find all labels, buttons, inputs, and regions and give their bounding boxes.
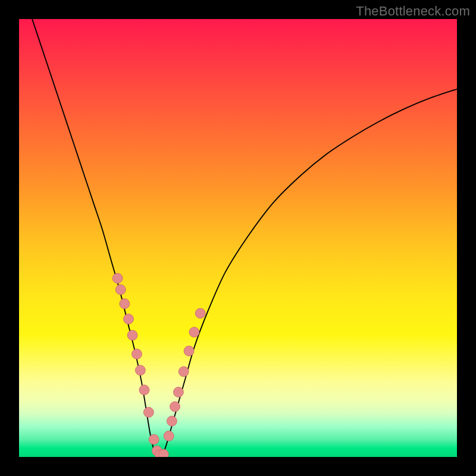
highlight-point	[173, 387, 183, 397]
highlight-point	[167, 416, 177, 426]
highlight-point	[124, 314, 134, 324]
highlight-point	[120, 299, 130, 309]
highlight-point	[195, 308, 205, 318]
highlight-markers	[112, 273, 205, 457]
highlight-point	[158, 449, 168, 457]
chart-stage: TheBottleneck.com	[0, 0, 476, 476]
highlight-point	[170, 402, 180, 412]
plot-area	[19, 19, 457, 457]
highlight-point	[139, 385, 149, 395]
highlight-point	[132, 349, 142, 359]
highlight-point	[127, 330, 137, 340]
highlight-point	[112, 273, 123, 283]
bottleneck-curve	[32, 19, 457, 457]
highlight-point	[164, 431, 174, 441]
watermark-text: TheBottleneck.com	[356, 4, 470, 19]
highlight-point	[149, 434, 159, 444]
highlight-point	[184, 346, 194, 356]
curve-layer	[19, 19, 457, 457]
highlight-point	[143, 407, 154, 417]
highlight-point	[189, 327, 199, 337]
highlight-point	[135, 365, 145, 375]
highlight-point	[115, 284, 126, 295]
highlight-point	[178, 367, 189, 377]
